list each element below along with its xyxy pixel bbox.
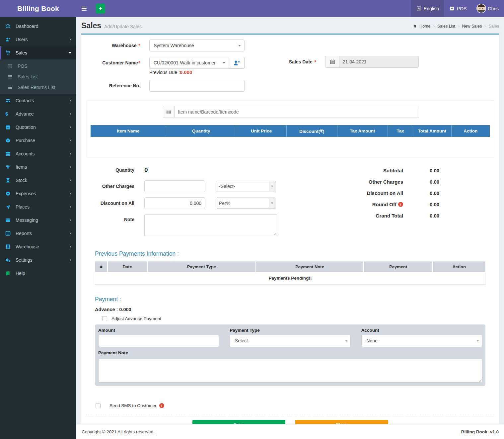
breadcrumb-separator: >	[433, 24, 435, 28]
sidebar-item-label: Items	[16, 164, 27, 170]
sidebar-item-help[interactable]: Help	[0, 267, 76, 280]
quick-add-button[interactable]: +	[96, 4, 105, 14]
discount-on-all-input[interactable]	[144, 197, 205, 209]
sidebar-item-places[interactable]: Places	[0, 200, 76, 214]
item-search-input[interactable]	[174, 106, 419, 118]
quantity-value: 0	[144, 166, 148, 174]
chevron-left-icon	[70, 166, 71, 168]
grid-icon	[5, 151, 13, 156]
sidebar-item-sales[interactable]: Sales	[0, 46, 76, 59]
quantity-label: Quantity	[86, 167, 144, 173]
payment-note-label: Payment Note	[98, 350, 482, 355]
add-customer-button[interactable]	[229, 57, 245, 69]
calendar-addon[interactable]	[325, 56, 339, 68]
chevron-left-icon	[70, 206, 71, 208]
reference-no-label: Reference No.	[86, 83, 149, 88]
person-plus-icon	[233, 59, 240, 66]
items-col-total-amount: Total Amount	[413, 125, 451, 137]
sidebar-item-messaging[interactable]: Messaging	[0, 214, 76, 227]
customer-selected-value: CU/02/0001-Walk-in customer	[154, 60, 216, 65]
pos-menu[interactable]: POS	[444, 0, 472, 17]
envelope-icon	[5, 218, 13, 223]
sidebar-item-quotation[interactable]: Quotation	[0, 121, 76, 134]
payments-pending-message: Payments Pending!!	[95, 272, 485, 285]
payment-type-select[interactable]: -Select-	[230, 335, 350, 347]
sidebar-subitem-sales-list[interactable]: Sales List	[0, 71, 76, 82]
items-col-quantity: Quantity	[166, 125, 236, 137]
breadcrumb-sales-list[interactable]: Sales List	[437, 24, 455, 29]
sales-submenu: POS Sales List Sales Returns List	[0, 59, 76, 94]
sidebar-item-dashboard[interactable]: Dashboard	[0, 20, 76, 33]
sidebar-toggle-button[interactable]	[76, 0, 92, 17]
sidebar-subitem-sales-returns-list[interactable]: Sales Returns List	[0, 82, 76, 93]
users-group-icon	[5, 98, 13, 103]
chevron-left-icon	[70, 192, 71, 195]
circles-cluster-icon	[5, 164, 13, 170]
round-off-label: Round Offi	[372, 202, 403, 207]
sidebar-item-purchase[interactable]: Purchase	[0, 134, 76, 147]
sidebar-item-label: Reports	[16, 231, 32, 236]
sidebar-item-expenses[interactable]: Expenses	[0, 187, 76, 200]
breadcrumb-new-sales[interactable]: New Sales	[462, 24, 482, 29]
language-menu[interactable]: English	[411, 0, 444, 17]
other-charges-input[interactable]	[144, 180, 205, 192]
discount-unit-value: Per%	[219, 201, 230, 206]
account-select[interactable]: -None-	[361, 335, 482, 347]
cart-icon	[5, 50, 13, 55]
previous-payments-section: Previous Payments Information : # Date P…	[95, 250, 485, 285]
sidebar-item-accounts[interactable]: Accounts	[0, 147, 76, 160]
sidebar-item-label: Dashboard	[16, 24, 38, 29]
send-sms-checkbox[interactable]	[96, 403, 101, 408]
amount-input[interactable]	[98, 335, 219, 347]
save-button[interactable]: Save	[192, 420, 285, 424]
sales-date-label: Sales Date *	[272, 59, 325, 64]
sidebar-item-stock[interactable]: Stock	[0, 174, 76, 187]
app-logo[interactable]: Billing Book	[0, 0, 76, 17]
payment-panel: Amount Payment Type -Select- Account -No…	[95, 324, 485, 386]
discount-unit-select[interactable]: Per%	[217, 198, 275, 209]
items-col-tax-amount: Tax Amount	[337, 125, 388, 137]
customer-select[interactable]: CU/02/0001-Walk-in customer	[149, 57, 229, 69]
round-off-value: 0.00	[430, 202, 452, 207]
sidebar-subitem-pos[interactable]: POS	[0, 61, 76, 71]
chevron-down-icon	[69, 52, 71, 54]
bar-chart-icon	[5, 231, 13, 236]
items-col-tax: Tax	[388, 125, 413, 137]
breadcrumb-home[interactable]: Home	[419, 24, 430, 29]
reference-no-input[interactable]	[149, 80, 245, 92]
customer-name-label: Customer Name*	[86, 60, 149, 65]
warehouse-select[interactable]: System Warehouse	[149, 40, 245, 51]
sidebar-item-items[interactable]: Items	[0, 160, 76, 174]
sidebar-item-contacts[interactable]: Contacts	[0, 94, 76, 107]
calendar-plus-icon	[5, 125, 13, 130]
items-col-discount: Discount(₹)	[286, 125, 337, 137]
round-off-info-icon[interactable]: i	[398, 202, 403, 207]
total-discount-value: 0.00	[430, 190, 452, 196]
sidebar-item-reports[interactable]: Reports	[0, 227, 76, 240]
pp-empty-row: Payments Pending!!	[95, 272, 485, 285]
sms-info-icon[interactable]: i	[159, 403, 164, 408]
user-menu[interactable]: Chris	[472, 0, 504, 17]
barcode-icon	[166, 110, 171, 115]
user-name: Chris	[488, 6, 499, 11]
items-col-item-name: Item Name	[91, 125, 166, 137]
payment-heading: Payment :	[95, 296, 485, 303]
note-textarea[interactable]	[144, 214, 277, 236]
sidebar-item-label: Advance	[16, 111, 34, 117]
pp-col-date: Date	[108, 262, 147, 272]
sidebar-item-warehouse[interactable]: Warehouse	[0, 240, 76, 253]
items-panel: Item Name Quantity Unit Price Discount(₹…	[86, 100, 494, 158]
sidebar-item-advance[interactable]: $ Advance	[0, 107, 76, 121]
sidebar-item-users[interactable]: Users	[0, 33, 76, 46]
plus-square-icon	[7, 63, 15, 69]
payment-note-textarea[interactable]	[98, 359, 482, 383]
sidebar-subitem-label: Sales List	[18, 74, 38, 79]
sidebar-item-settings[interactable]: Settings	[0, 253, 76, 267]
sales-date-input[interactable]	[339, 56, 419, 68]
warehouse-selected-value: System Warehouse	[154, 43, 194, 48]
close-button[interactable]: Close	[295, 420, 388, 424]
adjust-advance-checkbox[interactable]	[102, 316, 107, 321]
sidebar-item-label: Help	[16, 271, 25, 276]
other-charges-select[interactable]: -Select-	[217, 181, 275, 192]
pp-col-action: Action	[433, 262, 485, 272]
